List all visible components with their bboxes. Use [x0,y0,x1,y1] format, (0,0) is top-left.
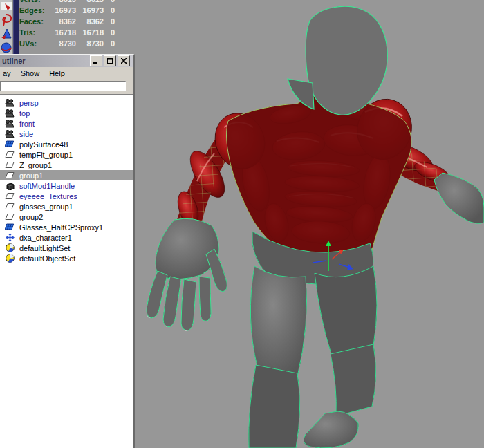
hud-row-verts: Verts:861386130 [19,0,115,5]
model-torso [207,93,418,270]
softmod-icon [5,181,15,190]
hud-stat-label: Edges: [19,6,50,15]
outliner-item-group2[interactable]: group2 [0,212,133,222]
hud-stat-label: Tris: [19,28,50,37]
close-button[interactable] [118,55,130,66]
hud-row-uvs: UVs:873087300 [19,38,115,49]
hud-stat-value: 0 [104,0,115,3]
maximize-button[interactable] [104,55,116,66]
outliner-window: utliner ayShowHelp persptopfrontsidepoly… [0,54,135,448]
outliner-item-label: eyeeee_Textures [19,192,77,200]
hud-stat-value: 16718 [50,28,76,37]
outliner-item-tempFit_group1[interactable]: tempFit_group1 [0,149,133,160]
mesh-icon [5,140,15,149]
outliner-item-Z_group1[interactable]: Z_group1 [0,160,133,170]
set-icon [5,243,15,252]
outliner-item-label: group2 [19,213,43,221]
outliner-item-softMod1Handle[interactable]: softMod1Handle [0,180,133,191]
outliner-menubar: ayShowHelp [0,67,133,79]
toolbox-strip [0,0,19,54]
outliner-item-eyeeee_Textures[interactable]: eyeeee_Textures [0,191,133,201]
hud-stat-value: 0 [104,6,115,15]
hud-stat-value: 0 [104,39,115,48]
transform-icon [5,212,15,221]
model-legs [249,232,377,448]
hud-stat-label: Verts: [19,0,50,3]
outliner-item-dxa_character1[interactable]: dxa_character1 [0,232,133,243]
outliner-item-label: dxa_character1 [19,234,72,242]
hud-stat-value: 16718 [76,28,104,37]
outliner-item-label: persp [19,99,39,107]
outliner-item-defaultObjectSet[interactable]: defaultObjectSet [0,253,133,263]
model-head [288,6,387,115]
camera-icon [5,98,15,107]
move-tool-icon[interactable] [0,28,12,40]
outliner-item-label: Glasses_HalfCPSproxy1 [19,223,103,232]
outliner-titlebar[interactable]: utliner [0,55,133,67]
outliner-filter-input[interactable] [0,81,126,91]
panel-border [13,0,19,54]
hud-stat-value: 8730 [50,39,76,48]
hud-row-faces: Faces:836283620 [19,16,115,27]
outliner-item-side[interactable]: side [0,129,133,139]
outliner-item-label: front [19,120,35,128]
rotate-tool-icon[interactable] [0,41,12,54]
menu-item-help[interactable]: Help [49,69,65,77]
model-right-hand [434,173,484,223]
hud-row-tris: Tris:16718167180 [19,27,115,38]
outliner-item-glasses_group1[interactable]: glasses_group1 [0,201,133,212]
transform-icon [5,202,15,211]
hud-stat-value: 0 [104,28,115,37]
outliner-item-label: glasses_group1 [19,203,73,211]
hud-stat-value: 16973 [50,6,76,15]
outliner-item-Glasses_HalfCPSproxy1[interactable]: Glasses_HalfCPSproxy1 [0,222,133,232]
transform-icon [5,160,15,169]
hud-stat-value: 8730 [76,39,104,48]
outliner-item-group1[interactable]: group1 [0,170,133,180]
poly-count-hud: Verts:861386130Edges:16973169730Faces:83… [19,0,115,49]
hud-stat-value: 8613 [50,0,76,3]
hud-stat-value: 16973 [76,6,104,15]
hud-stat-value: 8362 [76,17,104,26]
mesh-icon [5,223,15,232]
outliner-item-defaultLightSet[interactable]: defaultLightSet [0,243,133,253]
menu-item-ay[interactable]: ay [3,69,11,77]
model-left-hand [147,218,227,331]
transform-icon [5,192,15,200]
lasso-tool-icon[interactable] [0,14,12,26]
hud-stat-value: 8362 [50,17,76,26]
select-tool-icon[interactable] [0,0,12,12]
menu-item-show[interactable]: Show [21,69,40,77]
hud-stat-value: 0 [104,17,115,26]
outliner-item-label: polySurface48 [19,140,68,149]
transform-icon [5,171,15,180]
outliner-list: persptopfrontsidepolySurface48tempFit_gr… [0,95,133,448]
outliner-item-label: defaultObjectSet [19,254,75,263]
camera-icon [5,109,15,118]
outliner-item-label: tempFit_group1 [19,151,73,159]
hud-row-edges: Edges:16973169730 [19,5,115,16]
hud-stat-label: Faces: [19,17,50,26]
window-title: utliner [2,57,90,65]
character-icon [5,233,15,242]
camera-icon [5,129,15,138]
outliner-item-front[interactable]: front [0,118,133,129]
minimize-button[interactable] [90,55,102,66]
outliner-item-label: Z_group1 [19,161,52,169]
outliner-item-polySurface48[interactable]: polySurface48 [0,139,133,149]
transform-icon [5,150,15,159]
hud-stat-value: 8613 [76,0,104,3]
outliner-item-label: side [19,130,33,138]
hud-stat-label: UVs: [19,39,50,48]
outliner-item-label: defaultLightSet [19,244,70,252]
outliner-item-top[interactable]: top [0,108,133,118]
camera-icon [5,119,15,128]
outliner-item-label: top [19,109,30,118]
outliner-item-label: softMod1Handle [19,182,75,190]
outliner-item-persp[interactable]: persp [0,97,133,108]
outliner-item-label: group1 [19,171,43,180]
set-icon [5,254,15,263]
